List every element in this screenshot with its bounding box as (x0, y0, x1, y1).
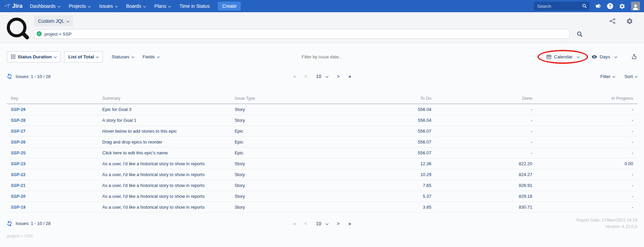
nav-item-time-in-status[interactable]: Time in Status (179, 3, 210, 9)
units-dropdown[interactable]: Days (591, 54, 617, 60)
cell-done: - (435, 147, 536, 158)
prev-page-button[interactable]: < (305, 74, 307, 79)
export-icon[interactable] (631, 54, 637, 60)
table-row: SSP-20As a user, I'd like a historical s… (7, 191, 637, 202)
search-input[interactable] (534, 2, 589, 11)
search-icon[interactable] (582, 3, 587, 8)
chevron-down-icon (66, 20, 69, 22)
last-page-button[interactable]: » (348, 221, 351, 226)
chevron-down-icon (157, 55, 159, 58)
cell-issue-type: Epic (231, 147, 341, 158)
issue-key-link[interactable]: SSP-19 (11, 205, 25, 210)
table-row: SSP-28A story for Goal 1Story556.04-- (7, 115, 637, 126)
issue-key-link[interactable]: SSP-27 (11, 129, 25, 134)
cell-to-do: 556.04 (341, 115, 435, 126)
brand-text: Jira (12, 3, 22, 10)
fields-label: Fields (143, 54, 155, 59)
grid-icon (11, 55, 15, 59)
cell-to-do: 3.85 (341, 202, 435, 212)
eye-icon (591, 54, 597, 60)
navbar-menu: DashboardsProjectsIssuesBoardsPlansTime … (30, 3, 210, 9)
issues-count-label: Issues: 1 - 10 / 28 (16, 74, 51, 79)
chevron-down-icon (577, 55, 580, 58)
fields-dropdown[interactable]: Fields (143, 54, 159, 59)
top-navbar: Jira DashboardsProjectsIssuesBoardsPlans… (0, 0, 644, 12)
issue-date-filter-input[interactable] (281, 54, 363, 59)
avatar[interactable] (631, 2, 640, 11)
cell-summary: A story for Goal 1 (98, 115, 231, 126)
nav-item-boards[interactable]: Boards (126, 3, 145, 9)
cell-key: SSP-21 (7, 180, 98, 191)
table-header-row: Key Summary Issue Type To Do Done In Pro… (7, 94, 637, 104)
filter-label: Filter (600, 74, 610, 79)
settings-icon[interactable] (619, 3, 625, 10)
prev-page-button[interactable]: < (305, 221, 307, 226)
jql-search-icon[interactable] (577, 31, 583, 37)
first-page-button[interactable]: « (293, 74, 296, 79)
cell-key: SSP-28 (7, 115, 98, 126)
query-main: Custom JQL ✓ (34, 16, 637, 39)
nav-item-projects[interactable]: Projects (69, 3, 91, 9)
first-page-button[interactable]: « (293, 221, 296, 226)
sort-dropdown[interactable]: Sort (624, 74, 637, 79)
issue-key-link[interactable]: SSP-29 (11, 107, 25, 112)
pagination-bottom: « < 10 > » (293, 221, 351, 226)
cell-done: - (435, 126, 536, 136)
cell-issue-type: Story (231, 158, 341, 169)
chevron-down-icon (58, 5, 60, 7)
next-page-button[interactable]: > (337, 221, 339, 226)
report-date: Report Date: 17/Mar/2022 14:19 (577, 217, 637, 223)
table-row: SSP-29Epic for Goal 3Story556.04-- (7, 104, 637, 115)
cell-summary: As a user, I'd like a historical story t… (98, 169, 231, 180)
issue-key-link[interactable]: SSP-26 (11, 140, 25, 145)
cell-to-do: 556.07 (341, 136, 435, 147)
navbar-right: ? (534, 2, 640, 11)
share-icon[interactable] (609, 18, 616, 24)
jira-logo[interactable]: Jira (4, 3, 22, 10)
statuses-dropdown[interactable]: Statuses (112, 54, 134, 59)
announcement-icon[interactable] (595, 3, 601, 9)
filter-dropdown[interactable]: Filter (600, 74, 615, 79)
next-page-button[interactable]: > (337, 74, 339, 79)
calendar-label: Calendar (554, 54, 572, 59)
cell-in-progress: - (536, 126, 637, 136)
cell-issue-type: Epic (231, 136, 341, 147)
create-button[interactable]: Create (218, 2, 241, 11)
last-page-button[interactable]: » (348, 74, 351, 79)
cell-key: SSP-27 (7, 126, 98, 136)
issue-key-link[interactable]: SSP-25 (11, 151, 25, 155)
issues-table: Key Summary Issue Type To Do Done In Pro… (7, 94, 637, 213)
issue-key-link[interactable]: SSP-23 (11, 162, 25, 166)
chevron-down-icon (635, 75, 638, 78)
issue-key-link[interactable]: SSP-22 (11, 172, 25, 177)
nav-item-issues[interactable]: Issues (99, 3, 117, 9)
page-size-dropdown[interactable]: 10 (316, 74, 328, 79)
table-row: SSP-21As a user, I'd like a historical s… (7, 180, 637, 191)
nav-item-plans[interactable]: Plans (154, 3, 171, 9)
issue-key-link[interactable]: SSP-28 (11, 118, 25, 123)
chevron-down-icon (168, 5, 171, 7)
chevron-down-icon (614, 55, 617, 58)
report-type-button[interactable]: Status Duration (7, 51, 61, 62)
gear-icon[interactable] (626, 18, 633, 25)
issue-key-link[interactable]: SSP-21 (11, 183, 25, 188)
cell-key: SSP-20 (7, 191, 98, 202)
nav-item-dashboards[interactable]: Dashboards (30, 3, 60, 9)
cell-done: - (435, 136, 536, 147)
page-size-dropdown[interactable]: 10 (316, 221, 328, 226)
query-mode-label: Custom JQL (38, 18, 64, 24)
cell-to-do: 10.29 (341, 169, 435, 180)
refresh-icon[interactable] (7, 221, 12, 226)
page-size-value: 10 (316, 221, 321, 226)
results-row-bottom: Issues: 1 - 10 / 28 « < 10 > » Report Da… (0, 219, 644, 228)
cell-summary: Hover below to add stories to this epic (98, 126, 231, 136)
column-header-in-progress: In Progress (536, 94, 637, 104)
query-mode-button[interactable]: Custom JQL (34, 16, 73, 26)
issue-key-link[interactable]: SSP-20 (11, 194, 25, 199)
view-type-button[interactable]: List of Total (64, 51, 103, 62)
help-icon[interactable]: ? (607, 3, 613, 9)
refresh-icon[interactable] (7, 74, 12, 79)
calendar-dropdown[interactable]: Calendar (546, 54, 579, 59)
calendar-icon (546, 54, 551, 59)
jql-input[interactable] (34, 29, 570, 39)
